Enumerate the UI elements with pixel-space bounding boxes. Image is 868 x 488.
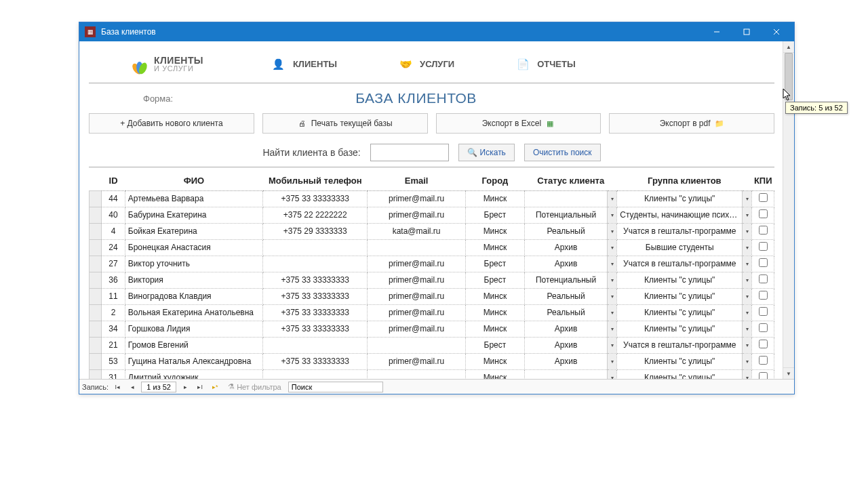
cell-fio[interactable]: Виктория	[125, 272, 262, 288]
cell-group[interactable]: Клиенты "с улицы"	[617, 321, 743, 337]
group-dropdown-icon[interactable]: ▾	[743, 190, 752, 207]
cell-email[interactable]	[368, 337, 465, 353]
cell-email[interactable]: primer@mail.ru	[368, 190, 465, 207]
cell-group[interactable]: Клиенты "с улицы"	[617, 190, 743, 207]
cell-id[interactable]: 34	[102, 321, 125, 337]
table-row[interactable]: 11Виноградова Клавдия+375 33 33333333pri…	[90, 288, 774, 304]
table-row[interactable]: 31Дмитрий художникМинск▾Клиенты "с улицы…	[90, 369, 774, 379]
cell-status[interactable]: Архив	[525, 256, 608, 272]
cell-email[interactable]: primer@mail.ru	[368, 353, 465, 369]
status-dropdown-icon[interactable]: ▾	[608, 239, 617, 256]
table-row[interactable]: 21Громов ЕвгенийБрестАрхив▾Учатся в гешт…	[90, 337, 774, 353]
row-selector[interactable]	[90, 353, 102, 369]
status-dropdown-icon[interactable]: ▾	[608, 190, 617, 207]
cell-email[interactable]: primer@mail.ru	[368, 321, 465, 337]
cell-id[interactable]: 21	[102, 337, 125, 353]
cell-city[interactable]: Минск	[465, 304, 524, 321]
record-position-input[interactable]	[141, 382, 176, 392]
cell-fio[interactable]: Виктор уточнить	[125, 256, 262, 272]
cell-kpi[interactable]	[752, 321, 774, 337]
cell-phone[interactable]: +375 33 33333333	[263, 304, 368, 321]
row-selector[interactable]	[90, 190, 102, 207]
scroll-down-arrow[interactable]: ▼	[783, 367, 794, 379]
status-dropdown-icon[interactable]: ▾	[608, 353, 617, 369]
statusbar-search-input[interactable]	[288, 382, 383, 392]
cell-group[interactable]: Клиенты "с улицы"	[617, 288, 743, 304]
table-row[interactable]: 2Вольная Екатерина Анатольевна+375 33 33…	[90, 304, 774, 321]
cell-city[interactable]: Брест	[465, 272, 524, 288]
status-dropdown-icon[interactable]: ▾	[608, 369, 617, 379]
cell-city[interactable]: Брест	[465, 256, 524, 272]
cell-id[interactable]: 53	[102, 353, 125, 369]
col-city[interactable]: Город	[465, 171, 524, 190]
cell-status[interactable]: Реальный	[525, 223, 608, 239]
status-dropdown-icon[interactable]: ▾	[608, 337, 617, 353]
cell-kpi[interactable]	[752, 223, 774, 239]
cell-email[interactable]: primer@mail.ru	[368, 207, 465, 223]
row-selector[interactable]	[90, 223, 102, 239]
cell-fio[interactable]: Гущина Наталья Александровна	[125, 353, 262, 369]
kpi-checkbox[interactable]	[759, 372, 768, 379]
cell-status[interactable]: Потенциальный	[525, 272, 608, 288]
kpi-checkbox[interactable]	[759, 274, 768, 283]
cell-status[interactable]	[525, 369, 608, 379]
cell-id[interactable]: 40	[102, 207, 125, 223]
nav-clients[interactable]: 👤 КЛИЕНТЫ	[271, 57, 337, 72]
table-row[interactable]: 40Бабурина Екатерина+375 22 2222222prime…	[90, 207, 774, 223]
cell-kpi[interactable]	[752, 272, 774, 288]
cell-id[interactable]: 2	[102, 304, 125, 321]
nav-last-button[interactable]: ▸I	[194, 382, 206, 392]
cell-phone[interactable]	[263, 337, 368, 353]
cell-id[interactable]: 44	[102, 190, 125, 207]
cell-city[interactable]: Минск	[465, 321, 524, 337]
row-selector[interactable]	[90, 337, 102, 353]
add-client-button[interactable]: + Добавить нового клиента	[89, 113, 254, 134]
group-dropdown-icon[interactable]: ▾	[743, 239, 752, 256]
cell-fio[interactable]: Артемьева Варвара	[125, 190, 262, 207]
nav-next-button[interactable]: ▸	[179, 382, 191, 392]
status-dropdown-icon[interactable]: ▾	[608, 207, 617, 223]
cell-fio[interactable]: Вольная Екатерина Анатольевна	[125, 304, 262, 321]
search-button[interactable]: 🔍 Искать	[458, 144, 515, 161]
export-pdf-button[interactable]: Экспорт в pdf 📁	[609, 113, 774, 134]
row-selector[interactable]	[90, 369, 102, 379]
cell-group[interactable]: Клиенты "с улицы"	[617, 369, 743, 379]
status-dropdown-icon[interactable]: ▾	[608, 223, 617, 239]
cell-kpi[interactable]	[752, 239, 774, 256]
cell-fio[interactable]: Бронецкая Анастасия	[125, 239, 262, 256]
row-selector[interactable]	[90, 207, 102, 223]
cell-status[interactable]	[525, 190, 608, 207]
cell-status[interactable]: Архив	[525, 239, 608, 256]
col-email[interactable]: Email	[368, 171, 465, 190]
cell-id[interactable]: 24	[102, 239, 125, 256]
cell-phone[interactable]: +375 29 3333333	[263, 223, 368, 239]
cell-group[interactable]: Учатся в гештальт-программе	[617, 337, 743, 353]
table-row[interactable]: 36Виктория+375 33 33333333primer@mail.ru…	[90, 272, 774, 288]
col-status[interactable]: Статус клиента	[525, 171, 617, 190]
kpi-checkbox[interactable]	[759, 340, 768, 348]
cell-id[interactable]: 31	[102, 369, 125, 379]
cell-kpi[interactable]	[752, 256, 774, 272]
cell-city[interactable]: Минск	[465, 369, 524, 379]
cell-city[interactable]: Брест	[465, 207, 524, 223]
cell-city[interactable]: Минск	[465, 223, 524, 239]
cell-status[interactable]: Архив	[525, 321, 608, 337]
status-dropdown-icon[interactable]: ▾	[608, 272, 617, 288]
cell-status[interactable]: Архив	[525, 353, 608, 369]
cell-fio[interactable]: Громов Евгений	[125, 337, 262, 353]
kpi-checkbox[interactable]	[759, 193, 768, 202]
scroll-up-arrow[interactable]: ▲	[783, 41, 794, 53]
cell-phone[interactable]: +375 33 33333333	[263, 288, 368, 304]
cell-status[interactable]: Потенциальный	[525, 207, 608, 223]
cell-email[interactable]: primer@mail.ru	[368, 256, 465, 272]
cell-id[interactable]: 36	[102, 272, 125, 288]
cell-kpi[interactable]	[752, 207, 774, 223]
kpi-checkbox[interactable]	[759, 323, 768, 332]
kpi-checkbox[interactable]	[759, 356, 768, 365]
clear-search-button[interactable]: Очистить поиск	[524, 144, 601, 161]
cell-id[interactable]: 27	[102, 256, 125, 272]
kpi-checkbox[interactable]	[759, 307, 768, 316]
cell-city[interactable]: Минск	[465, 190, 524, 207]
col-kpi[interactable]: КПИ	[752, 171, 774, 190]
cell-email[interactable]	[368, 369, 465, 379]
